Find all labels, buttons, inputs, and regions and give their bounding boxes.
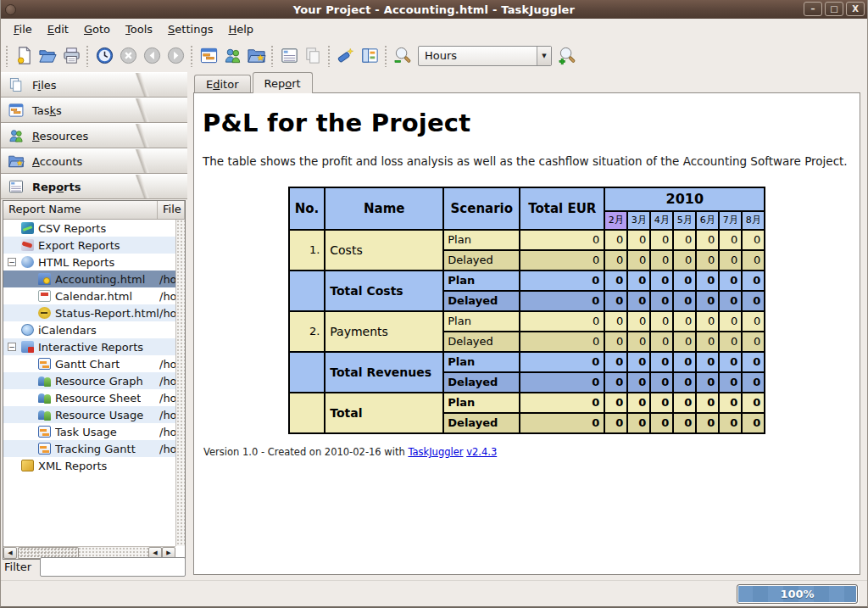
check-syntax-button[interactable] [334,44,358,68]
new-file-button[interactable] [12,44,36,68]
files-icon [8,76,25,93]
folder-star-icon [38,273,51,285]
cell-month-value: 0 [627,372,650,393]
toolbar-grip[interactable] [327,45,331,67]
toolbar-grip[interactable] [86,45,90,67]
label-text: ile [19,23,32,36]
tree-item-gantt-chart[interactable]: Gantt Chart/hor [3,355,175,372]
cell-scenario: Plan [443,352,520,372]
tree-item-file: /hor [159,443,175,455]
zoom-in-button[interactable] [555,44,579,68]
cell-month-value: 0 [604,372,627,393]
toolbar-grip[interactable] [5,45,9,67]
chevron-down-icon[interactable]: ▼ [537,47,551,65]
tab-report[interactable]: Report [253,72,313,93]
collapse-icon[interactable]: − [8,258,16,266]
tree-item-icalendars[interactable]: iCalendars [3,321,175,338]
maximize-button[interactable]: □ [825,2,843,16]
resources-view-button[interactable] [220,44,244,68]
zoom-in-icon [558,46,577,65]
tree-vertical-scrollbar[interactable] [175,220,185,546]
period-select-value: Hours [419,47,537,65]
stop-button[interactable] [116,44,140,68]
close-button[interactable]: X [846,2,865,16]
cell-month-value: 0 [627,291,650,311]
tree-item-status-report-html[interactable]: Status-Report.html/hor [3,304,175,321]
tree-item-file: /hor [159,307,175,320]
menu-goto[interactable]: Goto [76,20,118,38]
side-panel-button[interactable] [358,44,381,68]
open-file-button[interactable] [36,44,59,68]
menu-tools[interactable]: Tools [118,20,160,38]
sidebar-item-files[interactable]: Files [1,72,187,98]
cell-month-value: 0 [742,311,765,332]
menu-help[interactable]: Help [220,20,261,38]
gantt-icon [38,426,51,438]
tree-item-label: Accounting.html [55,273,145,286]
label-text: oto [92,23,110,36]
csv-icon [21,222,34,234]
accounts-view-button[interactable] [244,44,268,68]
tree-item-csv-reports[interactable]: CSV Reports [3,220,175,237]
version-link[interactable]: v2.4.3 [466,446,497,458]
tree-item-resource-sheet[interactable]: Resource Sheet/hor [3,389,175,406]
schedule-button[interactable] [92,44,116,68]
tree-column-file[interactable]: File [158,201,185,219]
toolbar-grip[interactable] [384,45,388,67]
toolbar-grip[interactable] [190,45,194,67]
tree-item-task-usage[interactable]: Task Usage/hor [3,423,175,440]
collapse-icon[interactable]: − [8,343,16,351]
tree-item-interactive-reports[interactable]: −Interactive Reports [3,338,175,355]
titlebar[interactable]: Your Project - Accounting.html - TaskJug… [1,0,867,19]
tree-item-label: Tracking Gantt [55,443,136,455]
copy-button[interactable] [301,44,325,68]
minimize-button[interactable]: – [804,2,822,16]
print-button[interactable] [59,44,83,68]
cell-month-value: 0 [742,352,765,372]
sidebar-item-tasks[interactable]: Tasks [1,98,187,123]
tree-item-tracking-gantt[interactable]: Tracking Gantt/hor [3,440,175,457]
tree-item-calendar-html[interactable]: Calendar.html/hor [3,287,175,304]
xml-icon [21,460,34,471]
tree-item-html-reports[interactable]: −HTML Reports [3,254,175,271]
toolbar-grip[interactable] [270,45,275,67]
cell-month-value: 0 [604,250,627,271]
back-button[interactable] [140,44,164,68]
reports-icon [8,178,25,195]
tree-item-resource-graph[interactable]: Resource Graph/hor [3,372,175,389]
reports-view-button[interactable] [277,44,301,68]
menu-edit[interactable]: Edit [40,20,76,38]
col-header-year: 2010 [604,187,765,211]
menu-settings[interactable]: Settings [160,20,220,38]
period-select[interactable]: Hours ▼ [418,46,552,66]
tree-item-file: /hor [159,392,175,404]
sidebar-item-reports[interactable]: Reports [1,174,187,199]
forward-button[interactable] [164,44,187,68]
cell-month-value: 0 [673,291,696,311]
tasks-gantt-icon [199,46,219,65]
sidebar-item-accounts[interactable]: Accounts [1,148,187,174]
menu-file[interactable]: File [6,20,40,38]
cell-month-value: 0 [673,352,696,372]
cell-month-value: 0 [650,311,673,332]
sidebar-item-resources[interactable]: Resources [1,123,187,148]
tree-item-resource-usage[interactable]: Resource Usage/hor [3,406,175,423]
label-text: Rep [32,181,56,193]
cell-month-value: 0 [673,393,696,413]
cell-month-value: 0 [627,271,650,291]
zoom-out-button[interactable] [391,44,415,68]
tab-editor[interactable]: Editor [194,75,251,93]
tree-column-report-name[interactable]: Report Name [3,201,158,219]
tree-item-export-reports[interactable]: Export Reports [3,237,175,254]
tasks-view-button[interactable] [197,44,220,68]
people-icon [38,375,51,387]
taskjuggler-link[interactable]: TaskJuggler [408,446,463,458]
report-tree-panel: Report Name File CSV ReportsExport Repor… [3,200,186,560]
tree-item-accounting-html[interactable]: Accounting.html/hor [3,271,175,287]
tree-item-xml-reports[interactable]: XML Reports [3,457,175,474]
cell-month-value: 0 [696,393,719,413]
col-header-no: No. [289,187,326,230]
label-text: o [285,77,292,90]
month-header: 5月 [673,211,696,230]
filter-input[interactable] [40,557,186,577]
